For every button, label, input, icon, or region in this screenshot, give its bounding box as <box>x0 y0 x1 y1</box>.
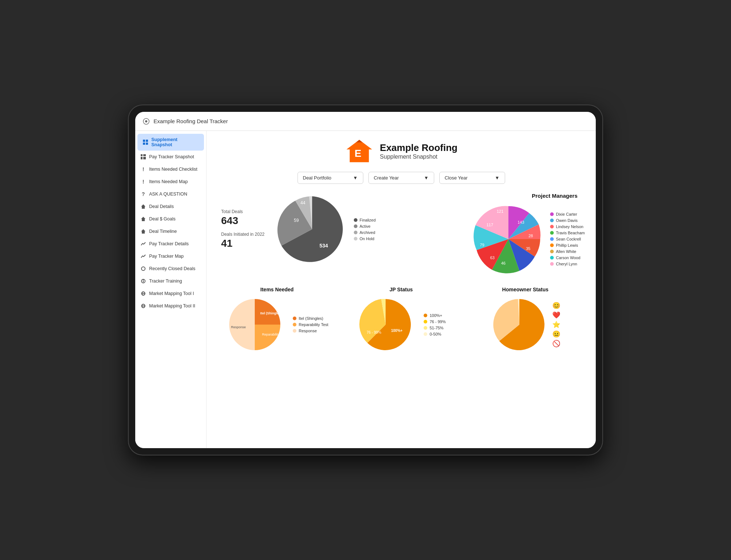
sidebar-item-supplement-snapshot[interactable]: Supplement Snapshot <box>137 134 204 151</box>
home-icon-3 <box>140 228 146 234</box>
phillip-label: Phillip Lewis <box>556 243 578 247</box>
legend-finalized: Finalized <box>354 218 376 222</box>
jp-51-dot <box>424 326 427 330</box>
svg-rect-2 <box>143 140 145 142</box>
emoji-2: ❤️ <box>552 311 560 319</box>
itel-dot <box>293 317 296 320</box>
pm-legend-lindsey: Lindsey Nelson <box>550 224 585 229</box>
homeowner-status-title: Homeowner Status <box>502 287 549 292</box>
create-year-label: Create Year <box>374 175 399 181</box>
sidebar-label-pay-tracker-map: Pay Tracker Map <box>149 254 183 259</box>
info-icon <box>140 278 146 284</box>
jp-100-dot <box>424 314 427 317</box>
pm-chart-area: Project Managers <box>421 193 585 276</box>
bottom-charts: Items Needed Itel (Shingles) <box>217 287 585 354</box>
emoji-4: 😐 <box>552 330 560 338</box>
legend-active: Active <box>354 224 376 228</box>
app-body: Supplement Snapshot Pay Tracker Snapshot… <box>135 131 596 448</box>
deals-pie-row: 534 59 44 Finalized <box>276 193 376 266</box>
svg-rect-4 <box>143 143 145 145</box>
exclaim-icon-1: ! <box>140 166 146 172</box>
sidebar-item-items-needed-map[interactable]: ! Items Needed Map <box>135 175 206 188</box>
deals-pie-chart: 534 59 44 <box>276 193 349 266</box>
sidebar-label-items-needed-checklist: Items Needed Checklist <box>149 167 197 172</box>
svg-rect-5 <box>146 143 148 145</box>
pm-legend-cheryl: Cheryl Lynn <box>550 262 585 266</box>
svg-text:76 - 99%: 76 - 99% <box>367 330 381 334</box>
sean-dot <box>550 237 554 241</box>
carson-label: Carson Wood <box>556 256 580 260</box>
svg-text:121: 121 <box>497 209 503 213</box>
svg-text:143: 143 <box>518 220 524 224</box>
svg-point-16 <box>143 280 144 280</box>
sidebar-item-market-mapping-1[interactable]: Market Mapping Tool I <box>135 287 206 300</box>
jp-status-chart: JP Status 100%+ 76 - 99% <box>342 287 461 354</box>
sidebar-item-deal-timeline[interactable]: Deal Timeline <box>135 225 206 238</box>
pm-legend-carson: Carson Wood <box>550 256 585 260</box>
owen-label: Owen Davis <box>556 218 577 223</box>
title-bar: Example Roofing Deal Tracker <box>135 112 596 131</box>
svg-text:E: E <box>355 148 361 159</box>
trend-icon-2 <box>140 253 146 259</box>
sidebar-item-ask-question[interactable]: ? ASK A QUESTION <box>135 188 206 200</box>
svg-text:46: 46 <box>501 261 505 265</box>
svg-rect-7 <box>143 154 146 156</box>
deal-portfolio-filter[interactable]: Deal Portfolio ▼ <box>298 172 363 184</box>
sidebar-item-pay-tracker-map[interactable]: Pay Tracker Map <box>135 250 206 262</box>
header-text: Example Roofing Supplement Snapshot <box>380 142 457 160</box>
device-frame: Example Roofing Deal Tracker Supplement … <box>128 105 603 455</box>
sidebar-item-deal-goals[interactable]: Deal $ Goals <box>135 213 206 225</box>
svg-text:44: 44 <box>300 200 306 205</box>
pm-legend-owen: Owen Davis <box>550 218 585 223</box>
finalized-dot <box>354 218 357 222</box>
emoji-5: 🚫 <box>552 340 560 348</box>
jp-51-label: 51-75% <box>429 326 443 330</box>
jp-pie-row: 100%+ 76 - 99% 100%+ 76 - 99% <box>356 295 446 354</box>
svg-point-13 <box>141 267 145 270</box>
sidebar-item-items-needed-checklist[interactable]: ! Items Needed Checklist <box>135 163 206 175</box>
sidebar-item-pay-tracker-snapshot[interactable]: Pay Tracker Snapshot <box>135 151 206 163</box>
svg-marker-10 <box>141 204 145 209</box>
items-legend: Itel (Shingles) Reparability Test Respon… <box>293 316 328 333</box>
archived-dot <box>354 231 357 234</box>
svg-text:79: 79 <box>480 243 484 247</box>
phillip-dot <box>550 243 554 247</box>
sidebar-item-deal-details[interactable]: Deal Details <box>135 200 206 213</box>
create-year-filter[interactable]: Create Year ▼ <box>368 172 434 184</box>
pm-legend-phillip: Phillip Lewis <box>550 243 585 247</box>
dixie-label: Dixie Carter <box>556 212 577 216</box>
sidebar-item-market-mapping-2[interactable]: Market Mapping Tool II <box>135 300 206 312</box>
page-subtitle: Supplement Snapshot <box>380 154 457 160</box>
main-content: E Example Roofing Supplement Snapshot De… <box>207 131 596 448</box>
jp-0-label: 0-50% <box>429 332 441 336</box>
sidebar-label-pay-tracker-details: Pay Tracker Details <box>149 241 189 246</box>
active-label: Active <box>360 224 371 228</box>
sidebar-item-pay-tracker-details[interactable]: Pay Tracker Details <box>135 238 206 250</box>
pm-legend: Dixie Carter Owen Davis Lindsey Nelson <box>550 212 585 266</box>
owen-dot <box>550 219 554 222</box>
svg-text:Response: Response <box>231 325 246 329</box>
company-logo: E <box>345 138 374 164</box>
items-needed-title: Items Needed <box>260 287 293 292</box>
jp-76-label: 76 - 99% <box>429 319 446 324</box>
svg-text:534: 534 <box>319 243 328 249</box>
sidebar-label-recently-closed: Recently Closed Deals <box>149 266 195 271</box>
logo-box: E <box>345 138 374 164</box>
jp-legend-100: 100%+ <box>424 313 446 318</box>
carson-dot <box>550 256 554 260</box>
emoji-1: 😊 <box>552 302 560 310</box>
sidebar-item-recently-closed[interactable]: Recently Closed Deals <box>135 262 206 275</box>
sidebar-label-items-needed-map: Items Needed Map <box>149 179 188 184</box>
deal-portfolio-label: Deal Portfolio <box>303 175 332 181</box>
page-header: E Example Roofing Supplement Snapshot <box>217 138 585 164</box>
sidebar-label-supplement-snapshot: Supplement Snapshot <box>151 137 199 147</box>
sidebar-label-deal-goals: Deal $ Goals <box>149 216 175 222</box>
svg-text:100%+: 100%+ <box>391 329 403 333</box>
svg-text:Reparability Test: Reparability Test <box>262 333 284 336</box>
trend-icon-1 <box>140 241 146 247</box>
archived-label: Archived <box>360 230 375 235</box>
pm-legend-travis: Travis Beacham <box>550 231 585 235</box>
close-year-filter[interactable]: Close Year ▼ <box>439 172 505 184</box>
sidebar-item-tracker-training[interactable]: Tracker Training <box>135 275 206 287</box>
device-screen: Example Roofing Deal Tracker Supplement … <box>135 112 596 448</box>
